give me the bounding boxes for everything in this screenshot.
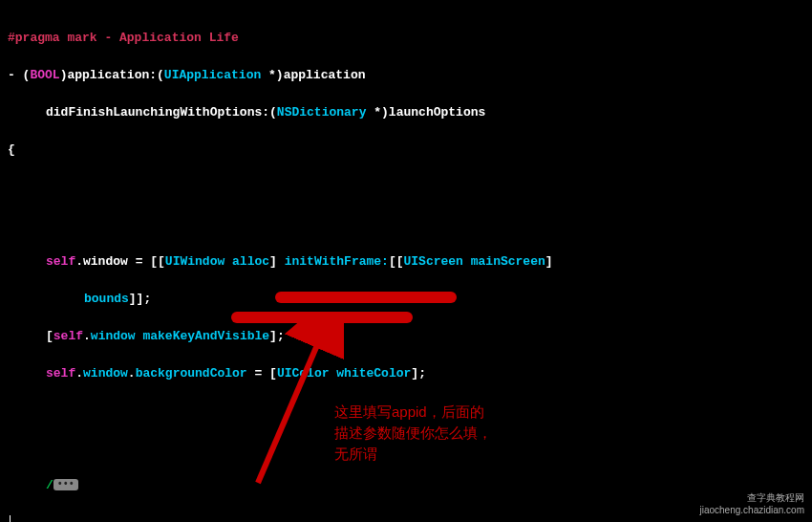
watermark: 查字典教程网 jiaocheng.chazidian.com bbox=[699, 491, 804, 516]
makekeyvisible-line: [self.window makeKeyAndVisible]; bbox=[0, 327, 812, 346]
redaction-mark bbox=[231, 312, 413, 323]
text-cursor bbox=[10, 515, 11, 522]
blank bbox=[0, 178, 812, 197]
method-sig-2: didFinishLaunchingWithOptions:(NSDiction… bbox=[0, 103, 812, 122]
fold-indicator[interactable]: /••• bbox=[0, 476, 812, 495]
window-line: self.window = [[UIWindow alloc] initWith… bbox=[0, 252, 812, 272]
method-sig-1: - (BOOL)application:(UIApplication *)app… bbox=[0, 66, 812, 85]
cursor-line bbox=[0, 513, 812, 523]
brace-open: { bbox=[0, 141, 812, 160]
annotation-text: 这里填写appid，后面的 描述参数随便你怎么填， 无所谓 bbox=[334, 402, 492, 464]
redaction-mark bbox=[275, 292, 457, 303]
bgcolor-line: self.window.backgroundColor = [UIColor w… bbox=[0, 364, 812, 383]
blank bbox=[0, 215, 812, 234]
pragma-line: #pragma mark - Application Life bbox=[0, 29, 812, 48]
